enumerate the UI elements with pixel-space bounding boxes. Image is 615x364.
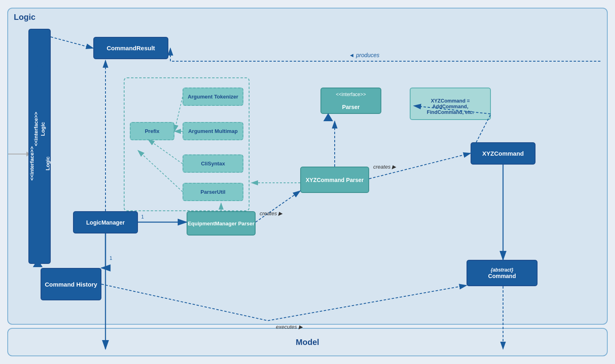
multiplicity-1a: 1: [141, 214, 144, 220]
arg-multimap-node: Argument Multimap: [183, 122, 243, 140]
arg-tokenizer-node: Argument Tokenizer: [183, 88, 243, 106]
logic-triangle: [33, 259, 43, 267]
xyz-command-parser-node: XYZCommand Parser: [300, 167, 369, 193]
cli-syntax-node: CliSyntax: [183, 154, 243, 173]
logic-box: Logic <<interface>> Logic <<interface>> …: [7, 8, 608, 325]
command-history-node: Command History: [41, 268, 101, 300]
equipment-parser-node: EquipmentManager Parser: [187, 211, 256, 236]
lm-to-ch: [101, 233, 105, 268]
model-box: Model: [7, 328, 608, 356]
creates1-label: creates ▶: [260, 210, 283, 216]
logic-manager-node: LogicManager: [73, 211, 138, 233]
produces-arrow: [170, 48, 600, 61]
parser-util-node: ParserUtil: [183, 183, 243, 201]
ch-to-cmd: [101, 284, 467, 321]
xyz-command-node: XYZCommand: [471, 142, 535, 165]
multiplicity-1b: 1: [110, 255, 112, 261]
command-result-node: CommandResult: [93, 37, 168, 59]
ep-to-xyz-parser: [256, 191, 300, 222]
prefix-node: Prefix: [130, 122, 174, 140]
logic-label: Logic: [14, 13, 35, 22]
interface-logic-node: <<interface>> Logic <<interface>> Logic: [28, 29, 51, 264]
note-box: XYZCommand = AddCommand, FindCommand, et…: [410, 88, 491, 120]
parser-triangle: [323, 113, 333, 121]
logic-to-result: [51, 37, 93, 48]
xyz-parser-to-cmd: [369, 153, 471, 179]
diagram-container: Logic <<interface>> Logic <<interface>> …: [7, 8, 608, 356]
parser-interface-node: <<interface>> Parser: [320, 88, 381, 114]
abstract-command-node: {abstract} Command: [467, 260, 538, 286]
produces-label: ◄ produces: [349, 52, 379, 58]
creates2-label: creates ▶: [373, 164, 396, 170]
model-label: Model: [296, 338, 319, 347]
